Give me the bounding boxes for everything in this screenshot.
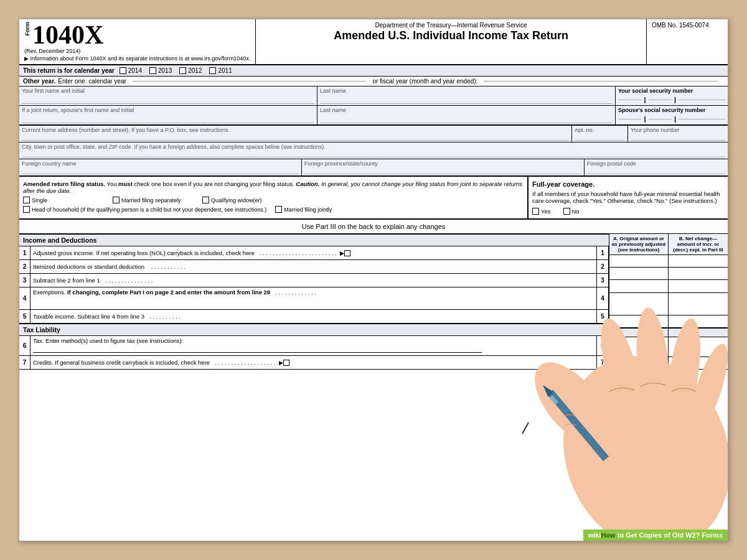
line-desc-7: Credits. If general business credit carr…	[31, 356, 596, 369]
how-part: How	[601, 531, 615, 539]
last-name-cell: Last name	[317, 86, 616, 105]
no-checkbox[interactable]	[563, 208, 570, 215]
main-section: Amended return filing status. You must c…	[19, 177, 728, 219]
married-sep-label: Married filing separately	[121, 197, 181, 203]
amount-b-7	[669, 357, 728, 369]
foreign-postal-cell: Foreign postal code	[585, 159, 728, 175]
amount-a-1	[609, 255, 669, 267]
foreign-province-label: Foreign province/state/county	[304, 161, 581, 167]
filing-status-text: Amended return filing status. You must c…	[23, 180, 524, 194]
amount-row-3	[609, 280, 728, 292]
name-row-1: Your first name and initial Last name Yo…	[19, 86, 728, 106]
income-line-4: 4 Exemptions. If changing, complete Part…	[19, 287, 609, 310]
amount-row-4	[609, 293, 728, 315]
line-num-right-5: 5	[596, 310, 609, 323]
col-b-header: B. Net change— amount of incr. or (decr.…	[669, 234, 728, 254]
tax-spacer-b	[669, 329, 728, 337]
name-row-2: If a joint return, spouse's first name a…	[19, 106, 728, 125]
tax-line-6: 6 Tax. Enter method(s) used to figure ta…	[19, 336, 609, 356]
form-container: Form 1040X (Rev. December 2014) ▶ Inform…	[19, 19, 728, 541]
amount-b-2	[669, 268, 728, 279]
ssn-label: Your social security number	[618, 88, 725, 94]
line1-checkbox[interactable]	[344, 250, 350, 256]
apt-label: Apt. no.	[575, 127, 625, 133]
wikihow-bar: wikiHow to Get Copies of Old W2? Forms	[583, 530, 728, 541]
wiki-part: wiki	[588, 531, 601, 539]
head-household-label: Head of household (If the qualifying per…	[32, 207, 266, 213]
foreign-row: Foreign country name Foreign province/st…	[19, 159, 728, 177]
amount-a-4	[609, 293, 669, 315]
amount-a-2	[609, 268, 669, 279]
tax-title-spacer	[609, 329, 728, 337]
filing-status-bold: Amended return filing status.	[23, 180, 105, 187]
head-household-checkbox[interactable]	[23, 206, 30, 213]
qualifying-checkbox[interactable]	[202, 197, 209, 203]
amount-a-7	[609, 357, 669, 369]
amount-b-1	[669, 255, 728, 267]
spouse-first-cell: If a joint return, spouse's first name a…	[19, 106, 317, 124]
phone-cell: Your phone number	[628, 126, 728, 142]
checkbox-2014[interactable]	[120, 67, 126, 74]
foreign-country-cell: Foreign country name	[19, 159, 302, 175]
amount-row-6	[609, 337, 728, 357]
amount-col-headers: A. Original amount or as previously adju…	[609, 234, 728, 255]
yes-label: Yes	[541, 208, 551, 215]
amount-b-5	[669, 315, 728, 327]
filing-status-col: Amended return filing status. You must c…	[19, 177, 529, 218]
spouse-ssn-cell: Spouse's social security number | |	[616, 106, 728, 124]
single-checkbox[interactable]	[23, 197, 30, 203]
line-desc-3: Subtract line 2 from line 1 . . . . . . …	[31, 274, 596, 287]
checkbox-2013[interactable]	[149, 67, 156, 74]
amount-row-1	[609, 255, 728, 268]
qualifying-option: Qualifying widow(er)	[202, 197, 283, 203]
form-rev: (Rev. December 2014)	[24, 48, 250, 54]
checkbox-2011[interactable]	[209, 67, 216, 74]
tax-spacer-a	[609, 329, 669, 337]
or-fiscal: or fiscal year (month and year ended):	[372, 78, 477, 85]
married-jointly-label: Married filing jointly	[284, 207, 332, 213]
form-info: ▶ Information about Form 1040X and its s…	[24, 55, 250, 62]
income-lines-col: Income and Deductions 1 Adjusted gross i…	[19, 234, 609, 370]
single-option: Single	[23, 197, 104, 203]
year-2014: 2014	[120, 67, 142, 74]
income-line-2: 2 Itemized deductions or standard deduct…	[19, 260, 609, 274]
amount-b-4	[669, 293, 728, 315]
line-num-1: 1	[19, 246, 31, 259]
line-desc-6: Tax. Enter method(s) used to figure tax …	[31, 336, 596, 355]
amount-cols: A. Original amount or as previously adju…	[609, 234, 728, 370]
income-line-5: 5 Taxable income. Subtract line 4 from l…	[19, 310, 609, 324]
form-number-block: Form 1040X (Rev. December 2014) ▶ Inform…	[19, 19, 256, 64]
foreign-country-label: Foreign country name	[22, 161, 299, 167]
income-line-3: 3 Subtract line 2 from line 1 . . . . . …	[19, 274, 609, 287]
svg-rect-8	[550, 395, 558, 404]
svg-line-9	[522, 422, 529, 434]
amount-a-5	[609, 315, 669, 327]
city-cell: City, town or post office, state, and ZI…	[19, 142, 728, 159]
last-name-label: Last name	[320, 88, 613, 94]
checkbox-2012[interactable]	[179, 67, 186, 74]
qualifying-label: Qualifying widow(er)	[211, 197, 262, 203]
first-name-cell: Your first name and initial	[19, 86, 317, 105]
income-line-1: 1 Adjusted gross income. If net operatin…	[19, 246, 609, 260]
col-a-header: A. Original amount or as previously adju…	[609, 234, 669, 254]
tax-line-7: 7 Credits. If general business credit ca…	[19, 356, 609, 370]
yes-checkbox[interactable]	[532, 208, 539, 215]
line-desc-4: Exemptions. If changing, complete Part I…	[31, 287, 596, 309]
phone-label: Your phone number	[631, 127, 725, 133]
checkbox-row: Single Married filing separately Qualify…	[23, 197, 524, 213]
no-label: No	[572, 208, 580, 215]
other-year-label: Other year.	[23, 78, 55, 85]
filing-status-desc: You must check one box even if you are n…	[106, 180, 294, 187]
income-section: Income and Deductions 1 Adjusted gross i…	[19, 234, 728, 370]
city-row: City, town or post office, state, and ZI…	[19, 142, 728, 159]
year-2012: 2012	[179, 67, 202, 74]
address-row-1: Current home address (number and street)…	[19, 126, 728, 142]
married-sep-checkbox[interactable]	[113, 197, 120, 203]
apt-cell: Apt. no.	[572, 126, 628, 142]
line7-checkbox[interactable]	[283, 360, 289, 366]
main-title: Amended U.S. Individual Income Tax Retur…	[262, 29, 640, 43]
full-year-col: Full-year coverage. If all members of yo…	[529, 177, 728, 218]
full-year-title: Full-year coverage.	[532, 180, 724, 188]
spouse-last-label: Last name	[320, 107, 613, 113]
married-jointly-checkbox[interactable]	[275, 206, 282, 213]
